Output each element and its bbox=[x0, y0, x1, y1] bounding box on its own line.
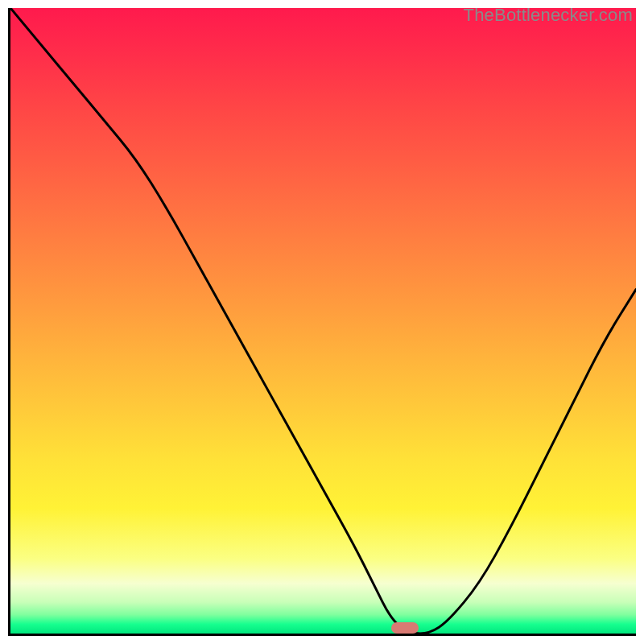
curve-svg bbox=[10, 8, 636, 634]
chart-container: TheBottlenecker.com bbox=[0, 0, 644, 644]
watermark-text: TheBottlenecker.com bbox=[464, 5, 633, 26]
bottleneck-curve bbox=[10, 8, 636, 634]
optimum-marker bbox=[391, 622, 419, 634]
plot-area bbox=[8, 8, 636, 636]
